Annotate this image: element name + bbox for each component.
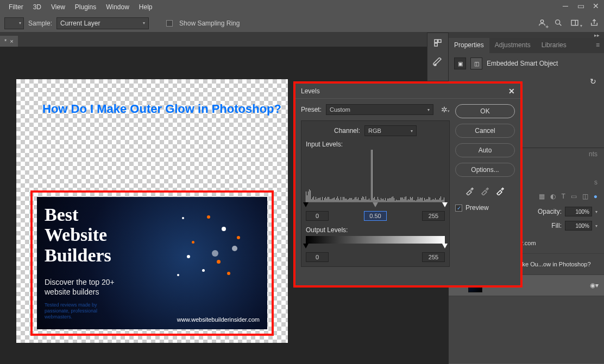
levels-dialog: Levels ✕ Preset: Custom▾ ✲▾ Channel: RGB… bbox=[293, 81, 523, 288]
gray-eyedropper-icon[interactable] bbox=[480, 186, 490, 195]
svg-point-1 bbox=[556, 20, 560, 24]
thumb-url: www.websitebuilderinsider.com bbox=[177, 316, 260, 323]
input-levels-label: Input Levels: bbox=[306, 141, 445, 148]
preset-dropdown[interactable]: Custom▾ bbox=[326, 104, 433, 115]
menu-3d[interactable]: 3D bbox=[29, 1, 46, 13]
histogram[interactable] bbox=[306, 150, 445, 202]
svg-rect-6 bbox=[438, 40, 441, 42]
history-panel-icon[interactable] bbox=[427, 33, 448, 53]
menu-help[interactable]: Help bbox=[135, 1, 157, 13]
tab-libraries[interactable]: Libraries bbox=[536, 38, 572, 53]
cloud-user-icon[interactable]: + bbox=[538, 18, 546, 29]
collapsed-panel-strip bbox=[427, 33, 449, 81]
output-white-field[interactable] bbox=[422, 252, 445, 262]
output-black-slider[interactable] bbox=[303, 244, 309, 248]
filter-smart-icon[interactable]: ◫ bbox=[582, 193, 588, 200]
workspace-icon[interactable]: ▾ bbox=[570, 18, 582, 29]
properties-panel-tabs: Properties Adjustments Libraries ≡ bbox=[449, 38, 604, 53]
show-sampling-label: Show Sampling Ring bbox=[179, 20, 240, 27]
canvas-title-text: How Do I Make Outer Glow in Photoshop? bbox=[42, 102, 281, 116]
input-black-field[interactable] bbox=[306, 211, 329, 221]
gamma-slider[interactable] bbox=[373, 202, 378, 207]
svg-point-8 bbox=[435, 64, 436, 66]
dialog-titlebar[interactable]: Levels ✕ bbox=[295, 84, 520, 99]
levels-histogram-box: Channel: RGB▾ Input Levels: Ou bbox=[301, 120, 450, 267]
close-button[interactable]: ✕ bbox=[591, 2, 601, 10]
preset-menu-icon[interactable]: ✲▾ bbox=[441, 105, 450, 114]
thumb-heading: Best Website Builders bbox=[45, 205, 111, 265]
filter-shape-icon[interactable]: ▭ bbox=[571, 193, 577, 200]
svg-rect-7 bbox=[435, 43, 437, 46]
menu-plugins[interactable]: Plugins bbox=[71, 1, 100, 13]
sample-label: Sample: bbox=[28, 20, 52, 27]
thumbnail-selection[interactable]: Best Website Builders Discover the top 2… bbox=[30, 190, 274, 336]
tab-close-icon[interactable]: × bbox=[10, 38, 13, 44]
sample-layer-dropdown[interactable]: Current Layer▾ bbox=[56, 17, 149, 29]
output-sliders[interactable] bbox=[306, 244, 445, 250]
input-white-field[interactable] bbox=[422, 211, 445, 221]
object-type-label: Embedded Smart Object bbox=[487, 60, 558, 67]
thumbnail-image: Best Website Builders Discover the top 2… bbox=[37, 197, 267, 329]
svg-rect-5 bbox=[435, 40, 437, 42]
document-tab[interactable]: *× bbox=[0, 36, 18, 47]
filter-adjust-icon[interactable]: ◐ bbox=[550, 193, 556, 200]
sample-size-dropdown[interactable]: ▾ bbox=[4, 17, 24, 29]
dialog-close-icon[interactable]: ✕ bbox=[508, 87, 515, 95]
share-icon[interactable] bbox=[590, 18, 599, 29]
cancel-button[interactable]: Cancel bbox=[455, 124, 515, 138]
reset-transform-icon[interactable]: ↻ bbox=[590, 77, 596, 86]
search-icon[interactable] bbox=[554, 18, 563, 29]
output-white-slider[interactable] bbox=[442, 244, 448, 248]
svg-point-0 bbox=[540, 20, 543, 23]
channel-label: Channel: bbox=[334, 127, 360, 135]
dialog-title: Levels bbox=[301, 87, 320, 95]
auto-button[interactable]: Auto bbox=[455, 143, 515, 157]
menu-window[interactable]: Window bbox=[102, 1, 134, 13]
options-button[interactable]: Options... bbox=[455, 163, 515, 177]
preset-label: Preset: bbox=[301, 106, 322, 113]
opacity-label: Opacity: bbox=[538, 208, 562, 215]
preview-checkbox[interactable]: ✓ bbox=[455, 205, 462, 212]
fill-label: Fill: bbox=[551, 222, 562, 229]
black-eyedropper-icon[interactable] bbox=[465, 186, 475, 195]
menubar: Filter 3D View Plugins Window Help bbox=[0, 0, 604, 14]
output-black-field[interactable] bbox=[306, 252, 329, 262]
window-controls: ─ ▭ ✕ bbox=[561, 2, 601, 10]
svg-line-2 bbox=[559, 24, 561, 25]
input-sliders[interactable] bbox=[306, 202, 445, 209]
thumb-subheading: Discover the top 20+ website builders bbox=[45, 277, 115, 297]
tab-adjustments[interactable]: Adjustments bbox=[489, 38, 536, 53]
show-sampling-checkbox[interactable] bbox=[166, 20, 173, 27]
opacity-value[interactable]: 100% bbox=[565, 207, 592, 216]
minimize-button[interactable]: ─ bbox=[561, 2, 570, 10]
svg-rect-3 bbox=[571, 20, 578, 25]
filter-dot-icon[interactable]: ● bbox=[594, 193, 597, 200]
output-levels-label: Output Levels: bbox=[306, 226, 445, 234]
properties-type-row: ▣ ◫ Embedded Smart Object bbox=[449, 53, 604, 74]
smart-filter-icon[interactable]: ◉▾ bbox=[590, 282, 599, 289]
eyedropper-group bbox=[455, 186, 515, 195]
menu-filter[interactable]: Filter bbox=[4, 1, 28, 13]
brush-panel-icon[interactable] bbox=[427, 53, 448, 72]
header-right-icons: + ▾ bbox=[538, 18, 599, 29]
white-eyedropper-icon[interactable] bbox=[495, 186, 505, 195]
panel-menu-icon[interactable]: ≡ bbox=[592, 38, 604, 53]
options-bar: ▾ Sample: Current Layer▾ Show Sampling R… bbox=[0, 14, 604, 33]
smart-object-icon: ▣ bbox=[454, 58, 466, 69]
maximize-button[interactable]: ▭ bbox=[576, 2, 586, 10]
filter-type-icon[interactable]: T bbox=[561, 193, 565, 200]
link-icon: ◫ bbox=[470, 58, 482, 69]
thumb-decoration bbox=[162, 208, 262, 302]
output-gradient[interactable] bbox=[306, 236, 445, 244]
menu-view[interactable]: View bbox=[47, 1, 70, 13]
tab-properties[interactable]: Properties bbox=[449, 38, 489, 53]
preview-label: Preview bbox=[465, 204, 489, 212]
input-gamma-field[interactable] bbox=[364, 211, 387, 221]
channel-dropdown[interactable]: RGB▾ bbox=[364, 125, 417, 136]
black-point-slider[interactable] bbox=[303, 202, 309, 207]
fill-value[interactable]: 100% bbox=[565, 221, 592, 231]
thumb-caption: Tested reviews made by passionate, profe… bbox=[45, 302, 97, 320]
white-point-slider[interactable] bbox=[442, 202, 448, 207]
ok-button[interactable]: OK bbox=[455, 104, 515, 118]
filter-pixel-icon[interactable]: ▦ bbox=[539, 193, 545, 200]
